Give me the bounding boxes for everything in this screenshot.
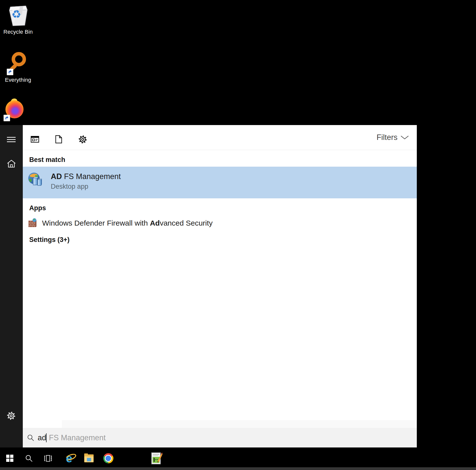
- chrome-button[interactable]: [101, 449, 115, 468]
- recycle-bin-icon: ♻: [7, 2, 29, 26]
- search-sidebar: [0, 125, 23, 447]
- everything-label: Everything: [0, 77, 36, 83]
- search-flyout-panel: Filters Best match: [23, 125, 417, 447]
- recycle-bin-label: Recycle Bin: [0, 29, 36, 35]
- file-explorer-button[interactable]: [82, 449, 96, 468]
- hamburger-menu-icon[interactable]: [7, 137, 16, 142]
- bottom-edge-strip: [0, 468, 476, 470]
- internet-explorer-button[interactable]: e: [62, 449, 76, 468]
- search-typed-text: ad: [38, 433, 46, 442]
- chevron-down-icon: [400, 135, 409, 139]
- taskbar-search-button[interactable]: [22, 449, 36, 468]
- result-firewall-title: Windows Defender Firewall with Advanced …: [42, 219, 213, 227]
- internet-explorer-icon: e: [66, 452, 72, 464]
- result-adfs-management[interactable]: AD FS Management Desktop app: [23, 167, 417, 198]
- firewall-icon: [28, 218, 37, 229]
- search-filter-bar: Filters: [23, 125, 417, 150]
- result-title-match: AD: [51, 172, 62, 181]
- result-title-rest: FS Management: [62, 172, 121, 181]
- shortcut-arrow-icon: [3, 115, 10, 121]
- result-subtitle: Desktop app: [51, 183, 88, 190]
- search-suggestion-text: FS Management: [49, 433, 106, 442]
- file-explorer-icon: [84, 454, 94, 462]
- chrome-icon: [103, 453, 113, 463]
- search-icon: [27, 434, 34, 441]
- search-input[interactable]: adFS Management: [23, 428, 417, 447]
- desktop-icon-recycle-bin[interactable]: ♻ Recycle Bin: [0, 0, 36, 37]
- apps-filter-icon[interactable]: [31, 135, 39, 144]
- recycle-symbol: ♻: [11, 8, 21, 21]
- filters-dropdown[interactable]: Filters: [377, 133, 409, 142]
- taskbar: e: [0, 449, 476, 468]
- text-cursor: [46, 433, 47, 442]
- settings-filter-icon[interactable]: [78, 135, 87, 145]
- home-icon[interactable]: [7, 159, 16, 169]
- search-icon: [25, 455, 33, 462]
- firewall-text-match: Ad: [150, 219, 160, 227]
- adfs-management-icon: [28, 172, 42, 188]
- sidebar-settings-icon[interactable]: [6, 411, 16, 421]
- firewall-text-pre: Windows Defender Firewall with: [42, 219, 150, 227]
- best-match-header: Best match: [29, 156, 65, 164]
- text-editor-icon: [151, 452, 162, 465]
- windows-logo-icon: [6, 455, 13, 462]
- apps-header: Apps: [29, 204, 46, 212]
- result-firewall[interactable]: Windows Defender Firewall with Advanced …: [23, 215, 417, 232]
- documents-filter-icon[interactable]: [55, 135, 62, 144]
- firewall-text-post: vanced Security: [160, 219, 212, 227]
- task-view-icon: [44, 455, 52, 462]
- text-editor-button[interactable]: [147, 449, 166, 468]
- start-button[interactable]: [2, 449, 17, 468]
- suggestion-strip: [62, 420, 417, 428]
- shortcut-arrow-icon: [7, 69, 13, 75]
- task-view-button[interactable]: [41, 449, 55, 468]
- result-title: AD FS Management: [51, 172, 121, 181]
- settings-header[interactable]: Settings (3+): [29, 236, 70, 244]
- desktop-icon-everything[interactable]: Everything: [0, 0, 36, 0]
- filters-label: Filters: [377, 133, 397, 142]
